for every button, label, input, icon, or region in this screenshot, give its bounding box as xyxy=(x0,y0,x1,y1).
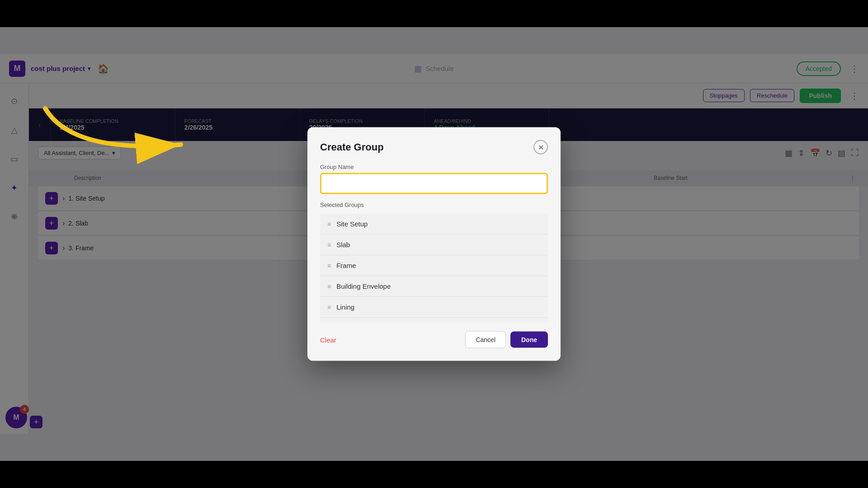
clear-button[interactable]: Clear xyxy=(320,336,336,343)
group-item-site-setup[interactable]: ≡ Site Setup xyxy=(320,214,548,235)
group-name-label: Group Name xyxy=(320,164,548,170)
drag-icon: ≡ xyxy=(327,303,331,310)
drag-icon: ≡ xyxy=(327,282,331,290)
group-item-label: Lining xyxy=(336,303,354,311)
group-item-label: Building Envelope xyxy=(336,282,391,290)
group-name-input[interactable] xyxy=(320,173,548,194)
modal-footer: Clear Cancel Done xyxy=(320,331,548,348)
group-item-label: Site Setup xyxy=(336,220,368,228)
modal-close-button[interactable]: ✕ xyxy=(533,140,548,155)
group-item-lining[interactable]: ≡ Lining xyxy=(320,297,548,318)
modal-header: Create Group ✕ xyxy=(320,140,548,155)
drag-icon: ≡ xyxy=(327,241,331,248)
group-item-label: Frame xyxy=(336,262,356,269)
selected-groups-label: Selected Groups xyxy=(320,202,548,208)
group-item-fit-out[interactable]: ≡ Fit Out xyxy=(320,318,548,322)
drag-icon: ≡ xyxy=(327,262,331,269)
cancel-button[interactable]: Cancel xyxy=(465,331,506,348)
group-item-frame[interactable]: ≡ Frame xyxy=(320,255,548,276)
group-item-building-envelope[interactable]: ≡ Building Envelope xyxy=(320,276,548,297)
create-group-modal: Create Group ✕ Group Name Selected Group… xyxy=(307,127,561,361)
groups-list[interactable]: ≡ Site Setup ≡ Slab ≡ Frame ≡ Building E… xyxy=(320,214,548,322)
modal-title: Create Group xyxy=(320,141,384,153)
group-item-slab[interactable]: ≡ Slab xyxy=(320,235,548,255)
done-button[interactable]: Done xyxy=(510,332,548,348)
drag-icon: ≡ xyxy=(327,220,331,227)
group-item-label: Slab xyxy=(336,241,350,249)
